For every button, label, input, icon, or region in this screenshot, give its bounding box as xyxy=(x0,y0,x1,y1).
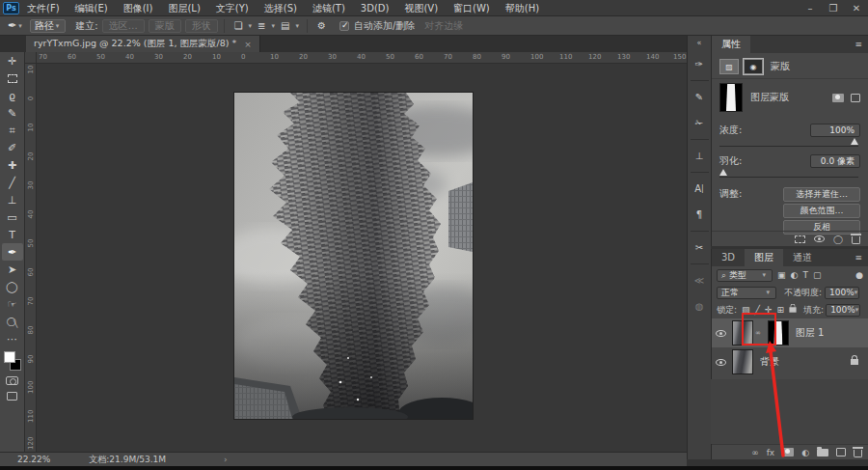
menu-view[interactable]: 视图(V) xyxy=(396,0,446,16)
delete-mask-trash-icon[interactable] xyxy=(852,236,860,244)
feather-slider[interactable] xyxy=(719,177,858,178)
pen-tool-icon[interactable]: ✒ xyxy=(8,19,16,32)
move-tool[interactable]: ✛ xyxy=(2,52,23,69)
tab-properties[interactable]: 属性 xyxy=(712,36,750,53)
layers-panel-menu-icon[interactable]: ≡ xyxy=(854,253,862,263)
select-and-mask-button[interactable]: 选择并遮住… xyxy=(783,187,860,202)
pixel-mask-icon[interactable]: ▨ xyxy=(719,59,739,74)
zoom-tool[interactable]: ◯╲ xyxy=(2,313,23,330)
document-image[interactable] xyxy=(234,93,473,419)
zoom-level[interactable]: 22.22% xyxy=(17,455,50,464)
layer-row-background[interactable]: 背景 xyxy=(712,347,868,376)
tool-mode-dropdown[interactable]: 路径▾ xyxy=(30,19,67,33)
path-alignment-icon[interactable]: ≣ xyxy=(258,20,265,31)
menu-3d[interactable]: 3D(D) xyxy=(353,0,397,16)
new-group-folder-icon[interactable] xyxy=(817,449,828,456)
restore-button[interactable]: ❐ xyxy=(822,0,845,16)
opacity-value[interactable]: 100%▾ xyxy=(825,287,859,299)
hand-tool[interactable]: ☞ xyxy=(2,295,23,313)
filter-shape-layers-icon[interactable]: ▢ xyxy=(813,270,822,280)
libraries-panel-icon[interactable]: ◍ xyxy=(690,297,710,316)
make-selection-button[interactable]: 选区… xyxy=(102,19,145,33)
layer1-visibility-eye-icon[interactable] xyxy=(716,330,726,337)
quick-selection-tool[interactable]: ✎ xyxy=(2,104,23,122)
status-arrow-icon[interactable]: › xyxy=(224,455,228,464)
marquee-tool[interactable] xyxy=(2,69,23,87)
menu-select[interactable]: 选择(S) xyxy=(257,0,305,16)
layer-row-layer1[interactable]: ∞ 图层 1 xyxy=(712,318,868,347)
history-panel-icon[interactable]: ≪ xyxy=(690,271,710,290)
auto-add-delete-checkbox[interactable] xyxy=(339,21,349,31)
gear-icon[interactable]: ⚙ xyxy=(317,20,326,31)
close-button[interactable]: ✕ xyxy=(845,0,868,16)
layer1-mask-thumbnail[interactable] xyxy=(768,320,789,346)
character-panel-icon[interactable]: A| xyxy=(690,180,710,198)
path-operations-icon[interactable]: ❏ xyxy=(234,20,243,31)
kind-filter-dropdown[interactable]: ⌕ 类型 ▾ xyxy=(717,269,773,282)
quick-mask-icon[interactable] xyxy=(6,376,18,385)
density-slider[interactable] xyxy=(719,146,858,147)
pen-tool-selected[interactable]: ✒ xyxy=(2,243,23,261)
menu-filter[interactable]: 滤镜(T) xyxy=(305,0,353,16)
adjustment-layer-icon[interactable]: ◐ xyxy=(801,448,809,457)
clone-source-panel-icon[interactable]: ⊥ xyxy=(690,147,710,165)
tab-close-icon[interactable]: × xyxy=(244,40,252,49)
menu-window[interactable]: 窗口(W) xyxy=(446,0,498,16)
density-value[interactable]: 100% xyxy=(810,124,860,137)
new-layer-icon[interactable] xyxy=(836,448,846,456)
color-range-button[interactable]: 颜色范围… xyxy=(783,204,860,218)
link-layers-icon[interactable]: ∞ xyxy=(751,448,759,457)
eraser-tool[interactable]: ▭ xyxy=(2,208,23,226)
tab-3d[interactable]: 3D xyxy=(712,249,745,266)
menu-file[interactable]: 文件(F) xyxy=(19,0,68,16)
crop-tool[interactable]: ⌗ xyxy=(2,122,23,139)
panel-menu-icon[interactable]: ≡ xyxy=(854,40,862,49)
paragraph-panel-icon[interactable]: ¶ xyxy=(690,206,710,224)
shape-tool[interactable]: ◯ xyxy=(2,278,23,295)
path-selection-tool[interactable]: ➤ xyxy=(2,261,23,278)
mask-link-icon[interactable]: ∞ xyxy=(755,329,761,337)
healing-brush-tool[interactable]: ✚ xyxy=(2,156,23,174)
disable-mask-eye-icon[interactable] xyxy=(814,235,825,242)
minimize-button[interactable]: – xyxy=(799,0,822,16)
mask-thumbnail[interactable] xyxy=(719,83,743,112)
layer1-name[interactable]: 图层 1 xyxy=(796,326,825,340)
fill-value[interactable]: 100%▾ xyxy=(826,304,860,317)
menu-layer[interactable]: 图层(L) xyxy=(160,0,207,16)
lock-pixels-icon[interactable]: ╱ xyxy=(755,305,760,315)
type-tool[interactable]: T xyxy=(2,226,23,243)
filter-pixel-layers-icon[interactable]: ▣ xyxy=(777,270,786,280)
actions-panel-icon[interactable]: ✂ xyxy=(690,238,710,257)
make-shape-button[interactable]: 形状 xyxy=(185,19,218,33)
layer1-thumbnail[interactable] xyxy=(732,320,753,346)
make-mask-button[interactable]: 蒙版 xyxy=(149,19,181,33)
tab-channels[interactable]: 通道 xyxy=(783,249,822,266)
apply-mask-icon[interactable]: ◯ xyxy=(833,235,843,244)
lasso-tool[interactable]: ϱ xyxy=(2,87,23,104)
menu-image[interactable]: 图像(I) xyxy=(116,0,161,16)
tab-layers[interactable]: 图层 xyxy=(745,249,783,266)
delete-layer-trash-icon[interactable] xyxy=(854,450,862,457)
load-selection-icon[interactable] xyxy=(795,235,805,243)
tool-presets-panel-icon[interactable]: ✁ xyxy=(690,114,710,132)
menu-help[interactable]: 帮助(H) xyxy=(498,0,547,16)
foreground-color-swatch[interactable] xyxy=(4,351,15,363)
collapse-dock-icon[interactable]: « xyxy=(697,39,702,47)
background-visibility-eye-icon[interactable] xyxy=(716,359,726,366)
add-layer-mask-icon[interactable] xyxy=(782,448,794,456)
lock-transparency-icon[interactable]: ▨ xyxy=(742,305,750,315)
layer-style-fx-icon[interactable]: fx xyxy=(767,448,775,457)
filter-type-layers-icon[interactable]: T xyxy=(802,270,808,280)
color-swatches[interactable] xyxy=(3,351,22,371)
path-arrangement-icon[interactable]: ▤ xyxy=(281,20,289,31)
filter-adjustment-layers-icon[interactable]: ◐ xyxy=(791,270,799,280)
edit-toolbar-ellipsis[interactable]: ⋯ xyxy=(2,330,23,347)
density-slider-thumb[interactable] xyxy=(851,138,858,145)
blend-mode-dropdown[interactable]: 正常▾ xyxy=(717,287,776,299)
vector-mask-icon[interactable]: ◉ xyxy=(744,59,763,74)
feather-slider-thumb[interactable] xyxy=(719,169,727,176)
brush-settings-panel-icon[interactable]: ✑ xyxy=(690,55,710,73)
screen-mode-icon[interactable] xyxy=(7,392,17,401)
eyedropper-tool[interactable]: ✐ xyxy=(2,139,23,156)
background-thumbnail[interactable] xyxy=(732,349,753,374)
